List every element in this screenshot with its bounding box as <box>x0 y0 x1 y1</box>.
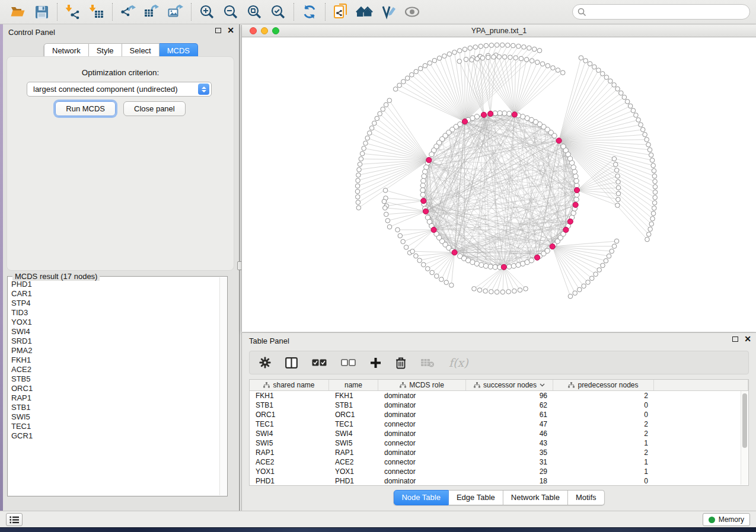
window-close-icon[interactable] <box>250 27 257 34</box>
mcds-result-list[interactable]: PHD1CAR1STP4TID3YOX1SWI4SRD1PMA2FKH1ACE2… <box>9 278 219 495</box>
zoom-in-icon[interactable] <box>195 2 219 22</box>
network-canvas[interactable] <box>242 37 756 332</box>
table-cell[interactable]: 1 <box>553 438 654 448</box>
table-cell[interactable]: 47 <box>466 419 553 429</box>
float-panel-icon[interactable] <box>215 28 221 33</box>
export-table-icon[interactable] <box>140 2 164 22</box>
visual-style-icon[interactable] <box>377 2 400 22</box>
close-panel-button[interactable]: Close panel <box>123 101 186 116</box>
table-cell[interactable]: ORC1 <box>250 410 329 419</box>
table-cell[interactable]: 1 <box>553 457 654 467</box>
table-cell[interactable]: 29 <box>466 467 553 476</box>
table-cell[interactable]: PHD1 <box>329 476 378 485</box>
table-cell[interactable]: dominator <box>378 391 466 400</box>
table-cell[interactable] <box>654 400 741 410</box>
column-header-successor-nodes[interactable]: successor nodes <box>466 380 553 390</box>
table-cell[interactable]: STB1 <box>329 400 378 410</box>
table-cell[interactable]: dominator <box>378 410 466 419</box>
optimization-criterion-select[interactable]: largest connected component (undirected) <box>27 82 212 97</box>
close-panel-icon[interactable]: ✕ <box>227 27 234 33</box>
mcds-list-scrollbar[interactable] <box>219 277 227 495</box>
mcds-result-item[interactable]: TID3 <box>11 308 217 318</box>
table-cell[interactable]: TEC1 <box>250 419 329 429</box>
table-row[interactable]: STB1STB1dominator620 <box>250 400 741 410</box>
network-window-titlebar[interactable]: YPA_prune.txt_1 <box>242 25 756 37</box>
close-panel-icon[interactable]: ✕ <box>744 336 751 342</box>
column-header-name[interactable]: name <box>329 380 378 390</box>
table-cell[interactable] <box>654 410 741 419</box>
mcds-result-item[interactable]: STB5 <box>11 374 217 384</box>
zoom-selected-icon[interactable] <box>266 2 290 22</box>
table-cell[interactable]: dominator <box>378 400 466 410</box>
table-cell[interactable] <box>654 448 741 457</box>
table-row[interactable]: SWI4SWI4dominator462 <box>250 429 741 438</box>
table-cell[interactable]: SWI5 <box>250 438 329 448</box>
float-panel-icon[interactable] <box>732 336 738 342</box>
table-row[interactable]: SWI5SWI5connector431 <box>250 438 741 448</box>
table-cell[interactable] <box>654 476 741 485</box>
mcds-result-item[interactable]: ORC1 <box>11 384 217 393</box>
tab-network-table[interactable]: Network Table <box>503 490 568 505</box>
tab-edge-table[interactable]: Edge Table <box>449 490 503 505</box>
table-cell[interactable]: TEC1 <box>329 419 378 429</box>
share-document-icon[interactable] <box>329 2 353 22</box>
table-cell[interactable]: 43 <box>466 438 553 448</box>
table-row[interactable]: YOX1YOX1connector291 <box>250 467 741 476</box>
mcds-result-item[interactable]: GCR1 <box>11 431 217 441</box>
table-cell[interactable]: connector <box>378 438 466 448</box>
table-row[interactable]: ORC1ORC1dominator610 <box>250 410 741 419</box>
export-image-icon[interactable] <box>164 2 187 22</box>
table-cell[interactable] <box>654 467 741 476</box>
table-settings-gear-icon[interactable] <box>259 357 271 368</box>
table-cell[interactable]: 0 <box>553 410 654 419</box>
table-cell[interactable]: ACE2 <box>250 457 329 467</box>
run-mcds-button[interactable]: Run MCDS <box>55 101 116 116</box>
mcds-result-item[interactable]: PMA2 <box>11 346 217 355</box>
mcds-result-item[interactable]: STB1 <box>11 403 217 412</box>
table-cell[interactable]: 2 <box>553 448 654 457</box>
table-cell[interactable]: 61 <box>466 410 553 419</box>
table-cell[interactable]: YOX1 <box>250 467 329 476</box>
mcds-result-item[interactable]: SWI4 <box>11 327 217 336</box>
tab-motifs[interactable]: Motifs <box>568 490 605 505</box>
table-cell[interactable]: dominator <box>378 448 466 457</box>
unselect-all-columns-icon[interactable] <box>341 359 356 366</box>
table-cell[interactable] <box>654 438 741 448</box>
table-cell[interactable]: 62 <box>466 400 553 410</box>
mcds-result-item[interactable]: SRD1 <box>11 336 217 346</box>
table-cell[interactable]: ORC1 <box>329 410 378 419</box>
table-cell[interactable]: connector <box>378 467 466 476</box>
table-cell[interactable]: FKH1 <box>250 391 329 400</box>
eye-icon[interactable] <box>400 2 424 22</box>
show-columns-icon[interactable] <box>285 357 298 368</box>
window-minimize-icon[interactable] <box>261 27 268 34</box>
table-cell[interactable]: dominator <box>378 429 466 438</box>
table-cell[interactable]: 0 <box>553 400 654 410</box>
open-file-icon[interactable] <box>6 2 30 22</box>
select-all-columns-icon[interactable] <box>312 359 327 366</box>
table-cell[interactable]: STB1 <box>250 400 329 410</box>
refresh-view-icon[interactable] <box>298 2 321 22</box>
table-cell[interactable]: 46 <box>466 429 553 438</box>
mcds-result-item[interactable]: SWI5 <box>11 412 217 422</box>
import-table-icon[interactable] <box>85 2 109 22</box>
table-cell[interactable]: ACE2 <box>329 457 378 467</box>
table-cell[interactable]: 2 <box>553 419 654 429</box>
mcds-result-item[interactable]: RAP1 <box>11 393 217 403</box>
zoom-out-icon[interactable] <box>219 2 243 22</box>
table-cell[interactable] <box>654 429 741 438</box>
table-row[interactable]: PHD1PHD1dominator180 <box>250 476 741 485</box>
table-row[interactable]: ACE2ACE2connector311 <box>250 457 741 467</box>
delete-column-trash-icon[interactable] <box>395 357 406 369</box>
table-cell[interactable]: YOX1 <box>329 467 378 476</box>
table-cell[interactable]: 96 <box>466 391 553 400</box>
table-cell[interactable]: connector <box>378 457 466 467</box>
table-cell[interactable]: PHD1 <box>250 476 329 485</box>
table-cell[interactable]: 31 <box>466 457 553 467</box>
column-header-MCDS-role[interactable]: MCDS role <box>378 380 466 390</box>
create-column-plus-icon[interactable] <box>370 357 381 368</box>
table-cell[interactable]: 1 <box>553 467 654 476</box>
table-cell[interactable]: 0 <box>553 476 654 485</box>
mcds-result-item[interactable]: YOX1 <box>11 318 217 327</box>
table-row[interactable]: RAP1RAP1dominator352 <box>250 448 741 457</box>
